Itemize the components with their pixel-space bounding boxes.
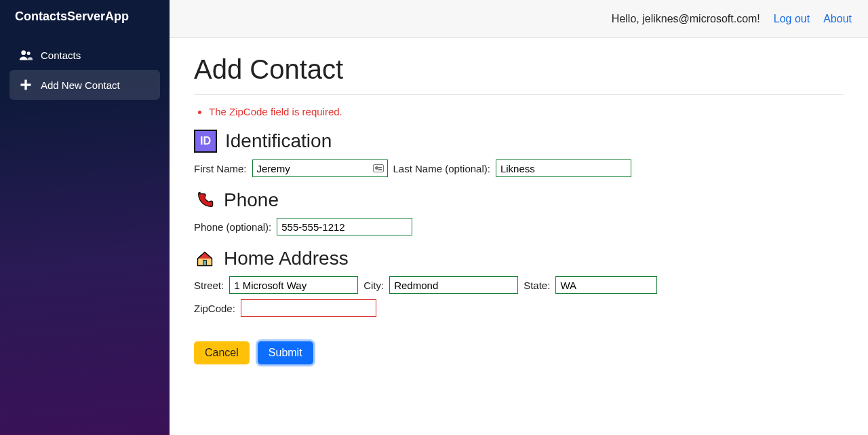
house-icon (194, 248, 216, 269)
main: Hello, jeliknes@microsoft.com! Log out A… (170, 0, 868, 435)
city-input[interactable] (389, 276, 518, 294)
divider (194, 94, 844, 95)
section-title: Phone (224, 189, 279, 211)
street-label: Street: (194, 280, 224, 291)
phone-input[interactable] (277, 218, 412, 235)
section-title: Home Address (224, 248, 349, 269)
sidebar-item-label: Contacts (41, 50, 81, 61)
page-title: Add Contact (194, 54, 844, 85)
section-title: Identification (225, 130, 332, 152)
validation-errors: The ZipCode field is required. (209, 106, 844, 117)
section-phone: Phone (194, 189, 844, 211)
first-name-input[interactable] (252, 159, 388, 177)
about-link[interactable]: About (823, 13, 852, 25)
svg-point-0 (21, 50, 26, 55)
app-title: ContactsServerApp (0, 0, 170, 33)
sidebar-nav: Contacts Add New Contact (0, 33, 170, 100)
validation-error-item: The ZipCode field is required. (209, 106, 844, 117)
content: Add Contact The ZipCode field is require… (170, 38, 868, 377)
last-name-label: Last Name (optional): (393, 163, 490, 174)
state-input[interactable] (555, 276, 657, 294)
form-actions: Cancel Submit (194, 341, 844, 364)
state-label: State: (524, 280, 550, 291)
svg-rect-4 (203, 260, 207, 265)
sidebar-item-contacts[interactable]: Contacts (9, 40, 160, 70)
svg-point-1 (27, 52, 31, 55)
sidebar-item-label: Add New Contact (41, 79, 120, 91)
contact-card-icon (373, 164, 384, 172)
sidebar: ContactsServerApp Contacts Add New Conta… (0, 0, 170, 435)
topbar: Hello, jeliknes@microsoft.com! Log out A… (170, 0, 868, 38)
zip-input[interactable] (241, 299, 376, 317)
user-greeting: Hello, jeliknes@microsoft.com! (612, 13, 760, 25)
first-name-label: First Name: (194, 163, 247, 174)
section-identification: ID Identification (194, 130, 844, 153)
zip-label: ZipCode: (194, 303, 235, 314)
id-badge-icon: ID (194, 130, 217, 153)
plus-icon (19, 78, 33, 92)
phone-label: Phone (optional): (194, 221, 271, 233)
submit-button[interactable]: Submit (258, 341, 313, 364)
svg-rect-3 (21, 83, 31, 86)
last-name-input[interactable] (496, 159, 631, 177)
people-icon (19, 48, 33, 62)
cancel-button[interactable]: Cancel (194, 341, 250, 364)
street-input[interactable] (229, 276, 358, 294)
city-label: City: (363, 280, 384, 291)
sidebar-item-add-contact[interactable]: Add New Contact (9, 70, 160, 100)
section-address: Home Address (194, 248, 844, 269)
logout-link[interactable]: Log out (774, 13, 810, 25)
phone-icon (194, 189, 216, 211)
